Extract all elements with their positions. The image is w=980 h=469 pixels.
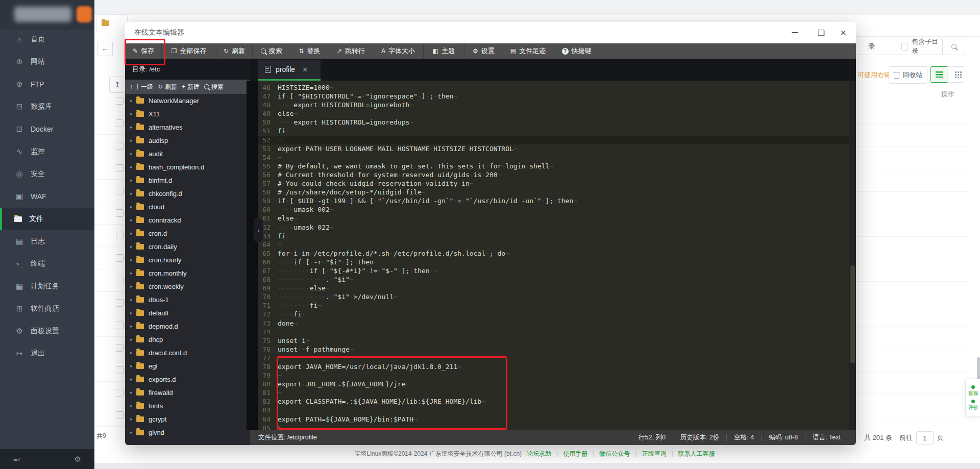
footer-link-1[interactable]: 使用手册 xyxy=(563,450,587,457)
status-item-0[interactable]: 行52, 列0 xyxy=(631,433,673,442)
goto-line-button[interactable]: ↗跳转行 xyxy=(329,43,373,59)
row-checkbox[interactable] xyxy=(116,277,124,284)
sidebar-item-app-store[interactable]: ⊞软件商店 xyxy=(0,298,94,320)
status-item-3[interactable]: 编码: utf-8 xyxy=(762,433,805,442)
footer-link-3[interactable]: 正版查询 xyxy=(642,450,666,457)
tab-close-icon[interactable]: ✕ xyxy=(302,66,308,73)
sidebar-item-cron[interactable]: ▦计划任务 xyxy=(0,275,94,298)
tree-folder-audisp[interactable]: ▸audisp xyxy=(125,134,250,147)
include-subdir-checkbox[interactable] xyxy=(901,43,908,51)
sidebar-item-ftp[interactable]: ⊛FTP xyxy=(0,73,94,95)
tree-folder-egl[interactable]: ▸egl xyxy=(125,359,250,373)
file-footprint-button[interactable]: ▤文件足迹 xyxy=(503,43,553,59)
tree-folder-dbus-1[interactable]: ▸dbus-1 xyxy=(125,293,250,306)
row-checkbox[interactable] xyxy=(116,119,124,127)
tree-folder-cloud[interactable]: ▸cloud xyxy=(125,200,250,213)
sidebar-item-files[interactable]: 文件 xyxy=(0,208,94,230)
modal-titlebar[interactable]: 在线文本编辑器 ❏ × xyxy=(125,22,856,43)
refresh-button[interactable]: ↻刷新 xyxy=(216,43,253,59)
row-checkbox[interactable] xyxy=(116,411,124,419)
row-checkbox[interactable] xyxy=(116,187,124,194)
tree-folder-bash_completion.d[interactable]: ▸bash_completion.d xyxy=(125,160,250,174)
files-page-tab[interactable] xyxy=(96,14,128,33)
tree-folder-binfmt.d[interactable]: ▸binfmt.d xyxy=(125,174,250,187)
sidebar-item-waf[interactable]: ▣WAF xyxy=(0,185,94,208)
status-item-1[interactable]: 历史版本: 2份 xyxy=(673,433,726,442)
row-checkbox[interactable] xyxy=(116,254,124,262)
row-checkbox[interactable] xyxy=(116,97,124,105)
tree-folder-chkconfig.d[interactable]: ▸chkconfig.d xyxy=(125,187,250,200)
search-button[interactable]: 搜索 xyxy=(253,43,290,59)
footer-link-2[interactable]: 微信公众号 xyxy=(599,450,630,457)
sidebar-item-logs[interactable]: ▤日志 xyxy=(0,230,94,253)
tree-folder-cron.daily[interactable]: ▸cron.daily xyxy=(125,240,250,253)
back-button[interactable]: ← xyxy=(97,41,113,56)
tree-folder-dhcp[interactable]: ▸dhcp xyxy=(125,333,250,346)
save-all-button[interactable]: ❐全部保存 xyxy=(162,43,216,59)
status-item-2[interactable]: 空格: 4 xyxy=(727,433,761,442)
tree-folder-cron.hourly[interactable]: ▸cron.hourly xyxy=(125,253,250,266)
theme-button[interactable]: ◧主题 xyxy=(424,43,464,59)
tree-search-button[interactable]: 搜索 xyxy=(204,83,224,91)
fullscreen-button[interactable]: ❏ xyxy=(815,27,827,39)
footer-link-0[interactable]: 论坛求助 xyxy=(527,450,551,457)
tree-refresh-button[interactable]: ↻刷新 xyxy=(158,83,177,91)
customer-service-button[interactable]: 客服 xyxy=(968,385,978,396)
list-view-button[interactable] xyxy=(930,66,947,83)
tree-folder-dracut.conf.d[interactable]: ▸dracut.conf.d xyxy=(125,346,250,359)
sidebar-item-website[interactable]: ⊕网站 xyxy=(0,51,94,73)
tree-folder-cron.weekly[interactable]: ▸cron.weekly xyxy=(125,280,250,293)
font-size-button[interactable]: A字体大小 xyxy=(373,43,424,59)
shortcuts-button[interactable]: ?快捷键 xyxy=(553,43,600,59)
tree-folder-conntrackd[interactable]: ▸conntrackd xyxy=(125,213,250,227)
status-item-4[interactable]: 语言: Text xyxy=(805,433,848,442)
minimize-button[interactable] xyxy=(789,27,801,39)
grid-view-button[interactable] xyxy=(947,66,964,83)
close-button[interactable]: × xyxy=(837,27,849,39)
page-number-input[interactable]: 1 xyxy=(916,431,934,445)
tree-folder-audit[interactable]: ▸audit xyxy=(125,147,250,160)
tree-folder-glvnd[interactable]: ▸glvnd xyxy=(125,426,250,439)
tree-folder-fonts[interactable]: ▸fonts xyxy=(125,399,250,412)
sidebar-item-monitor[interactable]: ∿监控 xyxy=(0,140,94,163)
save-button[interactable]: ✎保存 xyxy=(125,43,162,59)
tree-folder-X11[interactable]: ▸X11 xyxy=(125,107,250,120)
tree-folder-alternatives[interactable]: ▸alternatives xyxy=(125,120,250,134)
sidebar-item-logout[interactable]: ↦退出 xyxy=(0,342,94,365)
tree-folder-cron.monthly[interactable]: ▸cron.monthly xyxy=(125,266,250,280)
row-checkbox[interactable] xyxy=(116,299,124,307)
tree-folder-NetworkManager[interactable]: ▸NetworkManager xyxy=(125,94,250,107)
code-editor[interactable]: 46HISTSIZE=1000¬47if·[·"$HISTCONTROL"·=·… xyxy=(250,81,856,430)
footer-link-4[interactable]: 联系人工客服 xyxy=(678,450,715,457)
row-checkbox[interactable] xyxy=(116,322,124,329)
collapse-sidebar-icon[interactable]: ≡‹ xyxy=(13,455,20,463)
row-checkbox[interactable] xyxy=(116,389,124,397)
row-checkbox[interactable] xyxy=(116,366,124,374)
settings-button[interactable]: ⚙设置 xyxy=(464,43,503,59)
sidebar-item-docker[interactable]: ⊡Docker xyxy=(0,118,94,140)
tree-folder-depmod.d[interactable]: ▸depmod.d xyxy=(125,319,250,333)
editor-scrollbar-thumb[interactable] xyxy=(850,265,855,363)
tree-folder-gcrypt[interactable]: ▸gcrypt xyxy=(125,412,250,426)
row-checkbox[interactable] xyxy=(116,142,124,150)
sidebar-item-database[interactable]: ⊟数据库 xyxy=(0,95,94,118)
row-checkbox[interactable] xyxy=(116,209,124,217)
recycle-bin-button[interactable]: 回收站 xyxy=(889,66,927,84)
tree-new-button[interactable]: +新建 xyxy=(182,83,200,91)
tree-up-button[interactable]: ↑上一级 xyxy=(130,83,153,91)
sidebar-gear-icon[interactable]: ⚙ xyxy=(75,455,81,464)
sidebar-item-home[interactable]: ⌂首页 xyxy=(0,28,94,51)
tab-profile[interactable]: profile ✕ xyxy=(258,60,321,81)
sidebar-item-terminal[interactable]: >_终端 xyxy=(0,253,94,275)
tree-folder-cron.d[interactable]: ▸cron.d xyxy=(125,227,250,240)
tree-folder-firewalld[interactable]: ▸firewalld xyxy=(125,386,250,399)
sidebar-item-security[interactable]: ◎安全 xyxy=(0,163,94,185)
row-checkbox[interactable] xyxy=(116,232,124,239)
row-checkbox[interactable] xyxy=(116,164,124,172)
sidebar-item-panel-settings[interactable]: ⚙面板设置 xyxy=(0,320,94,342)
feedback-button[interactable]: 评价 xyxy=(968,400,978,410)
tree-folder-exports.d[interactable]: ▸exports.d xyxy=(125,373,250,386)
editor-scrollbar-track[interactable] xyxy=(849,81,856,430)
collapse-tree-handle[interactable]: ‹ xyxy=(254,218,264,242)
replace-button[interactable]: ⇅替换 xyxy=(290,43,329,59)
